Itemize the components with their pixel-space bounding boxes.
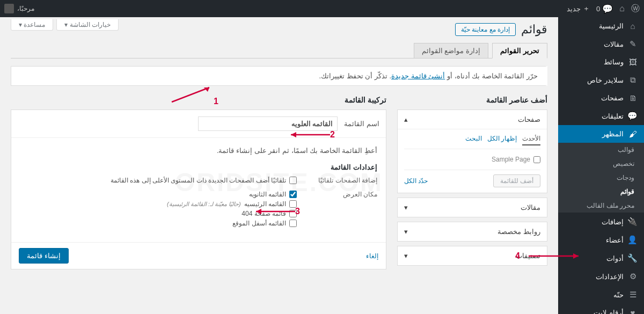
submenu-item[interactable]: قوائم <box>558 185 644 199</box>
menu-icon: 🔧 <box>628 253 638 263</box>
menu-icon: 🖾 <box>628 57 638 67</box>
accordion-posts-toggle[interactable]: مقالات▾ <box>398 198 547 217</box>
accordion-pages-toggle[interactable]: صفحات▴ <box>398 110 547 129</box>
main-content: خيارات الشاشة ▾ مساعدة ▾ قوائم إدارة مع … <box>0 17 558 314</box>
menu-label: الرئيسية <box>599 22 624 30</box>
sidebar-item-7[interactable]: 🔌إضافات <box>558 213 644 231</box>
sidebar-item-0[interactable]: ⌂الرئيسية <box>558 17 644 35</box>
chevron-up-icon: ▴ <box>404 115 408 123</box>
page-title: قوائم <box>521 23 547 36</box>
menu-name-input[interactable] <box>198 116 338 131</box>
menu-settings-heading: إعدادات القائمة <box>20 163 377 171</box>
location-primary[interactable]: القائمه الرئيسيه (حاليًا معيّنة لـ: القا… <box>20 200 297 208</box>
tab-edit-menus[interactable]: تحرير القوائم <box>492 43 547 59</box>
menu-label: حنّه <box>613 291 624 299</box>
submenu-item[interactable]: تخصيص <box>558 157 644 171</box>
menu-label: المظهر <box>602 130 624 138</box>
screen-options-tab[interactable]: خيارات الشاشة ▾ <box>56 19 119 31</box>
menu-icon: ⌂ <box>628 21 638 31</box>
menu-label: تعليقات <box>602 112 624 120</box>
add-to-menu-button[interactable]: أضف للقائمة <box>493 174 540 187</box>
menu-label: صفحات <box>601 94 624 102</box>
menu-icon: ⧉ <box>628 75 638 85</box>
sidebar-item-11[interactable]: ☰حنّه <box>558 286 644 304</box>
menu-label: أدوات <box>606 254 624 262</box>
nav-tabs: تحرير القوائم إدارة مواضع القوائم <box>11 43 547 59</box>
auto-add-option[interactable]: تلقائيًا أضف الصفحات الجديدة ذات المستوى… <box>20 177 297 184</box>
menu-label: وسائط <box>604 58 624 66</box>
menu-edit-box: اسم القائمة أعطِ القائمة الخاصة بك اسمًا… <box>11 109 386 269</box>
menu-structure-heading: تركيبة القائمة <box>11 96 386 104</box>
pages-tab-search[interactable]: البحث <box>465 135 482 145</box>
pages-tab-recent[interactable]: الأحدث <box>522 135 540 145</box>
avatar <box>4 4 14 13</box>
home-icon[interactable]: ⌂ <box>619 4 625 13</box>
sidebar-item-12[interactable]: ♥أرقام لايت <box>558 304 644 314</box>
sidebar-item-4[interactable]: 🗎صفحات <box>558 89 644 107</box>
wordpress-logo-icon[interactable]: ⓦ <box>631 3 640 14</box>
chevron-down-icon: ▾ <box>404 203 408 211</box>
new-content-button[interactable]: ＋جديد <box>567 4 590 13</box>
plus-icon: ＋ <box>583 4 590 13</box>
display-location-label: مكان العرض <box>313 191 377 198</box>
submenu-item[interactable]: ودجات <box>558 171 644 185</box>
menu-label: أعضاء <box>606 236 624 244</box>
menu-icon: ⚙ <box>628 272 638 281</box>
menu-hint: أعطِ القائمة الخاصة بك اسمًا، ثم انقر عل… <box>20 147 377 155</box>
menu-label: أرقام لايت <box>594 309 624 314</box>
page-item-checkbox[interactable] <box>533 156 540 163</box>
menu-label: الإعدادات <box>596 273 624 281</box>
select-all-link[interactable]: حدّد الكل <box>404 177 428 185</box>
comment-icon: 💬 <box>602 4 613 14</box>
menu-icon: 🖌 <box>628 129 638 138</box>
sidebar-item-6[interactable]: 🖌المظهر <box>558 125 644 143</box>
accordion-pages: صفحات▴ الأحدث إظهار الكل البحث Sample Pa… <box>397 109 547 193</box>
menu-icon: 🗎 <box>628 93 638 103</box>
accordion-posts: مقالات▾ <box>397 198 547 217</box>
submenu-item[interactable]: قوالب <box>558 143 644 157</box>
location-footer-checkbox[interactable] <box>289 220 297 227</box>
help-tab[interactable]: مساعدة ▾ <box>11 19 53 31</box>
page-item-sample[interactable]: Sample Page <box>404 154 540 165</box>
sidebar-item-9[interactable]: 🔧أدوات <box>558 249 644 267</box>
cancel-link[interactable]: إلغاء <box>366 252 378 260</box>
location-404-checkbox[interactable] <box>289 210 297 217</box>
accordion-links: روابط مخصصة▾ <box>397 222 547 242</box>
sidebar-item-10[interactable]: ⚙الإعدادات <box>558 267 644 286</box>
accordion-links-toggle[interactable]: روابط مخصصة▾ <box>398 222 547 241</box>
create-menu-button[interactable]: إنشاء قائمة <box>19 248 69 264</box>
accordion-cats-toggle[interactable]: تصنيفات▾ <box>398 246 547 265</box>
chevron-down-icon: ▾ <box>404 228 408 236</box>
auto-add-label: إضافة الصفحات تلقائيًا <box>313 177 377 184</box>
sidebar-item-8[interactable]: 👤أعضاء <box>558 231 644 249</box>
comments-indicator[interactable]: 💬0 <box>596 4 613 14</box>
sidebar-item-3[interactable]: ⧉سلايدر خاص <box>558 71 644 89</box>
manage-live-preview-button[interactable]: إدارة مع معاينة حيّة <box>455 23 516 36</box>
menu-icon: 🔌 <box>628 217 638 227</box>
auto-add-checkbox[interactable] <box>289 177 297 184</box>
location-primary-checkbox[interactable] <box>289 200 297 208</box>
tab-manage-locations[interactable]: إدارة مواضع القوائم <box>414 43 488 58</box>
sidebar-item-1[interactable]: ✎مقالات <box>558 35 644 53</box>
sidebar-item-2[interactable]: 🖾وسائط <box>558 53 644 71</box>
accordion-categories: تصنيفات▾ <box>397 246 547 266</box>
admin-sidebar: ⌂الرئيسية✎مقالات🖾وسائط⧉سلايدر خاص🗎صفحات💬… <box>558 17 644 314</box>
user-greeting[interactable]: مرحبًا، <box>4 4 34 13</box>
location-404[interactable]: قائمه صفحة 404 <box>20 210 297 217</box>
menu-icon: 💬 <box>628 111 638 121</box>
menu-icon: ☰ <box>628 290 638 300</box>
create-new-menu-link[interactable]: أنشئ قائمة جديدة <box>391 72 445 80</box>
submenu-item[interactable]: محرر ملف القالب <box>558 199 644 213</box>
location-secondary[interactable]: القائمه الثانويه <box>20 191 297 198</box>
menu-label: إضافات <box>602 218 624 226</box>
menu-name-label: اسم القائمة <box>344 120 379 128</box>
location-secondary-checkbox[interactable] <box>289 191 297 198</box>
appearance-submenu: قوالبتخصيصودجاتقوائممحرر ملف القالب <box>558 143 644 213</box>
sidebar-item-5[interactable]: 💬تعليقات <box>558 107 644 125</box>
info-notice: حرّر القائمة الخاصة بك أدناه، أو أنشئ قا… <box>11 66 547 86</box>
menu-icon: 👤 <box>628 235 638 245</box>
location-footer[interactable]: القائمه أسفل الموقع <box>20 220 297 227</box>
admin-bar: ⓦ ⌂ 💬0 ＋جديد مرحبًا، <box>0 0 644 17</box>
menu-icon: ♥ <box>628 308 638 314</box>
pages-tab-all[interactable]: إظهار الكل <box>487 135 517 145</box>
